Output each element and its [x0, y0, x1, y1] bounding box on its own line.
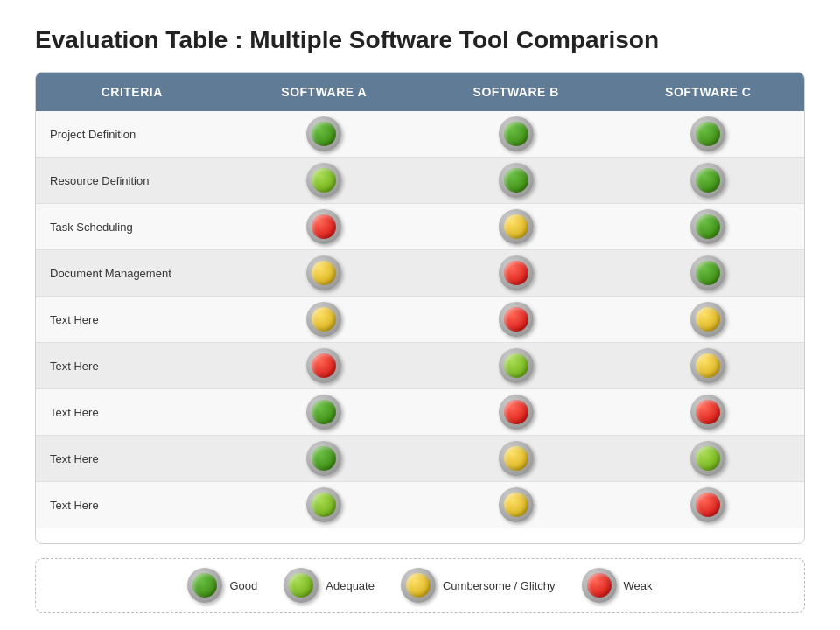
- table-body: Project DefinitionResource DefinitionTas…: [36, 111, 804, 528]
- criteria-label: Text Here: [36, 482, 228, 528]
- rating-cell-b: [420, 482, 612, 528]
- rating-cell-b: [420, 204, 612, 250]
- legend-label: Adequate: [326, 579, 374, 592]
- rating-cell-a: [228, 204, 421, 250]
- legend-label: Good: [229, 579, 257, 592]
- legend-item: Good: [187, 568, 257, 603]
- rating-cell-c: [612, 343, 805, 389]
- rating-cell-b: [420, 250, 612, 297]
- criteria-label: Text Here: [36, 436, 228, 482]
- page-title: Evaluation Table : Multiple Software Too…: [35, 26, 805, 54]
- rating-cell-c: [612, 297, 805, 343]
- rating-cell-c: [612, 158, 805, 204]
- legend-item: Weak: [582, 568, 653, 603]
- rating-cell-b: [420, 389, 612, 436]
- header-criteria: CRITERIA: [36, 73, 228, 111]
- legend: GoodAdequateCumbersome / GlitchyWeak: [35, 558, 805, 612]
- header-software-b: SOFTWARE B: [420, 73, 612, 111]
- legend-label: Cumbersome / Glitchy: [443, 579, 556, 592]
- rating-cell-a: [228, 389, 421, 436]
- criteria-label: Project Definition: [36, 111, 228, 158]
- legend-label: Weak: [624, 579, 653, 592]
- table-row: Text Here: [36, 482, 804, 528]
- rating-cell-c: [612, 436, 805, 482]
- rating-cell-b: [420, 436, 612, 482]
- legend-item: Adequate: [284, 568, 374, 603]
- table-row: Resource Definition: [36, 158, 804, 204]
- table-row: Text Here: [36, 436, 804, 482]
- table-row: Document Management: [36, 250, 804, 297]
- criteria-label: Text Here: [36, 343, 228, 389]
- rating-cell-a: [228, 343, 421, 389]
- rating-cell-c: [612, 482, 805, 528]
- rating-cell-c: [612, 250, 805, 297]
- header-software-a: SOFTWARE A: [228, 73, 421, 111]
- criteria-label: Task Scheduling: [36, 204, 228, 250]
- legend-item: Cumbersome / Glitchy: [401, 568, 556, 603]
- rating-cell-a: [228, 158, 421, 204]
- criteria-label: Text Here: [36, 297, 228, 343]
- rating-cell-a: [228, 436, 421, 482]
- comparison-table-wrapper: CRITERIA SOFTWARE A SOFTWARE B SOFTWARE …: [35, 72, 805, 544]
- table-row: Text Here: [36, 297, 804, 343]
- rating-cell-a: [228, 482, 421, 528]
- header-software-c: SOFTWARE C: [612, 73, 805, 111]
- rating-cell-a: [228, 297, 421, 343]
- table-row: Text Here: [36, 343, 804, 389]
- criteria-label: Document Management: [36, 250, 228, 297]
- rating-cell-a: [228, 111, 421, 158]
- table-row: Text Here: [36, 389, 804, 436]
- slide: Evaluation Table : Multiple Software Too…: [0, 0, 840, 630]
- table-row: Task Scheduling: [36, 204, 804, 250]
- criteria-label: Text Here: [36, 389, 228, 436]
- rating-cell-c: [612, 111, 805, 158]
- rating-cell-b: [420, 343, 612, 389]
- table-row: Project Definition: [36, 111, 804, 158]
- comparison-table: CRITERIA SOFTWARE A SOFTWARE B SOFTWARE …: [36, 73, 804, 528]
- rating-cell-b: [420, 297, 612, 343]
- rating-cell-c: [612, 204, 805, 250]
- rating-cell-b: [420, 111, 612, 158]
- criteria-label: Resource Definition: [36, 158, 228, 204]
- rating-cell-c: [612, 389, 805, 436]
- table-header-row: CRITERIA SOFTWARE A SOFTWARE B SOFTWARE …: [36, 73, 804, 111]
- rating-cell-a: [228, 250, 421, 297]
- rating-cell-b: [420, 158, 612, 204]
